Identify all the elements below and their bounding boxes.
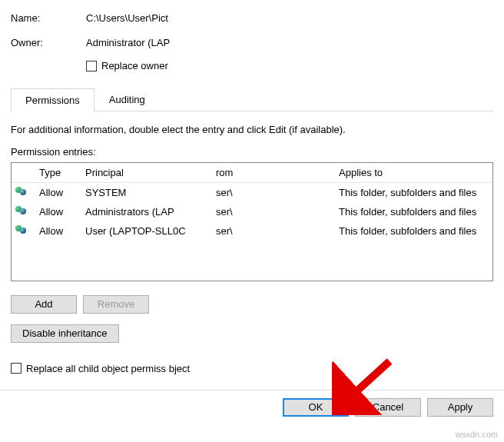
permission-table: Type Principal rom Applies to Allow SYST… [12,163,492,241]
owner-value: Administrator (LAP [86,37,493,48]
table-row[interactable]: Allow Administrators (LAP ser\ This fold… [12,202,492,221]
entry-buttons: Add Remove [11,295,493,314]
replace-owner-checkbox[interactable]: Replace owner [86,60,168,71]
cell-type: Allow [33,221,79,241]
table-row[interactable]: Allow SYSTEM ser\ This folder, subfolder… [12,182,492,202]
checkbox-icon [86,61,97,71]
header-type[interactable]: Type [33,163,79,183]
inheritance-row: Disable inheritance [11,324,493,343]
name-label: Name: [11,12,86,24]
table-header-row: Type Principal rom Applies to [12,163,492,183]
tab-bar: Permissions Auditing [11,88,493,111]
footer-buttons: OK Cancel Apply [11,390,493,417]
info-text: For additional information, double elect… [11,124,493,135]
owner-label: Owner: [11,37,86,48]
cell-applies: This folder, subfolders and files [333,202,492,221]
users-icon [15,205,29,216]
advanced-security-dialog: Name: C:\Users\User\Pict Owner: Administ… [0,0,504,442]
table-row[interactable]: Allow User (LAPTOP-SLL0C ser\ This folde… [12,221,492,241]
replace-owner-label: Replace owner [101,60,168,71]
name-value: C:\Users\User\Pict [86,12,493,24]
users-icon [15,224,29,235]
cell-type: Allow [33,202,79,221]
name-row: Name: C:\Users\User\Pict [11,9,493,26]
permission-entries-label: Permission entries: [11,146,493,158]
disable-inheritance-button[interactable]: Disable inheritance [11,324,119,343]
owner-row: Owner: Administrator (LAP [11,34,493,51]
cell-principal: User (LAPTOP-SLL0C [79,221,210,241]
cell-from: ser\ [210,182,333,202]
cell-principal: Administrators (LAP [79,202,210,221]
tab-permissions[interactable]: Permissions [11,88,94,111]
header-icon [12,163,33,183]
remove-button[interactable]: Remove [83,295,149,314]
replace-child-label: Replace all child object permiss bject [26,363,190,374]
header-principal[interactable]: Principal [79,163,210,183]
cell-applies: This folder, subfolders and files [333,182,492,202]
cell-from: ser\ [210,202,333,221]
cell-applies: This folder, subfolders and files [333,221,492,241]
header-from[interactable]: rom [210,163,333,183]
checkbox-icon [11,363,22,374]
add-button[interactable]: Add [11,295,77,314]
cell-type: Allow [33,182,79,202]
cell-from: ser\ [210,221,333,241]
tab-auditing[interactable]: Auditing [94,88,160,111]
apply-button[interactable]: Apply [427,398,493,417]
ok-button[interactable]: OK [283,398,349,417]
users-icon [15,186,29,197]
cell-principal: SYSTEM [79,182,210,202]
header-applies[interactable]: Applies to [333,163,492,183]
replace-child-checkbox[interactable]: Replace all child object permiss bject [11,363,190,374]
cancel-button[interactable]: Cancel [355,398,421,417]
watermark: wsxdn.com [456,430,498,439]
permission-entries-list[interactable]: Type Principal rom Applies to Allow SYST… [11,162,493,281]
